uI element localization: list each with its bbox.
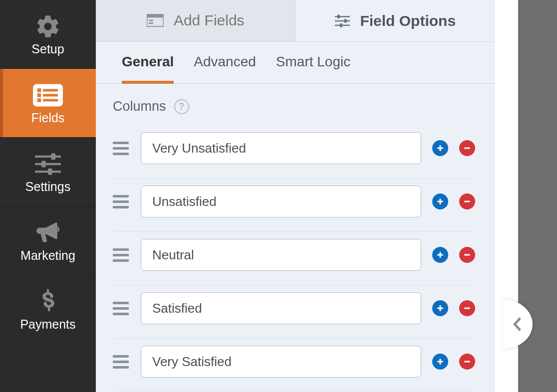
add-column-button[interactable] — [432, 194, 448, 209]
svg-rect-12 — [48, 169, 52, 175]
sidebar-item-label: Fields — [31, 111, 65, 125]
tab-label: Field Options — [360, 12, 456, 29]
remove-column-button[interactable] — [459, 354, 475, 370]
svg-rect-31 — [464, 254, 470, 256]
sidebar-item-label: Marketing — [20, 248, 75, 263]
sidebar-item-label: Settings — [25, 180, 70, 194]
svg-rect-15 — [149, 20, 153, 21]
collapse-panel-button[interactable] — [503, 299, 533, 349]
remove-column-button[interactable] — [459, 300, 475, 316]
svg-rect-10 — [51, 153, 56, 160]
svg-rect-21 — [344, 19, 347, 23]
svg-rect-24 — [437, 148, 443, 149]
column-input[interactable] — [141, 186, 421, 217]
svg-rect-16 — [149, 22, 153, 24]
svg-rect-18 — [335, 20, 350, 21]
svg-rect-11 — [41, 161, 46, 168]
svg-rect-6 — [43, 99, 58, 102]
column-input[interactable] — [141, 346, 421, 378]
svg-rect-30 — [437, 254, 443, 256]
svg-rect-14 — [147, 14, 164, 17]
top-tabs: Add Fields Field Options — [96, 0, 495, 42]
svg-rect-5 — [37, 98, 41, 102]
column-row — [113, 179, 475, 232]
svg-rect-34 — [464, 308, 470, 309]
svg-rect-37 — [464, 361, 470, 363]
svg-rect-1 — [37, 88, 41, 92]
column-row — [113, 285, 475, 339]
columns-list — [113, 125, 475, 392]
drag-handle-icon[interactable] — [113, 302, 129, 315]
sidebar-item-fields[interactable]: Fields — [0, 69, 96, 138]
sidebar-item-payments[interactable]: Payments — [0, 275, 96, 344]
drag-handle-icon[interactable] — [113, 355, 129, 369]
svg-rect-33 — [437, 308, 443, 309]
svg-rect-4 — [43, 94, 58, 97]
remove-column-button[interactable] — [459, 247, 475, 263]
columns-label: Columns — [113, 99, 166, 114]
svg-rect-8 — [35, 163, 61, 165]
add-column-button[interactable] — [432, 247, 448, 263]
list-icon — [33, 80, 63, 111]
svg-rect-28 — [464, 201, 470, 202]
bullhorn-icon — [35, 217, 61, 248]
column-input[interactable] — [141, 132, 421, 164]
svg-rect-27 — [437, 201, 443, 202]
columns-header: Columns ? — [113, 99, 475, 114]
svg-rect-3 — [37, 93, 41, 97]
tab-add-fields[interactable]: Add Fields — [96, 0, 296, 41]
add-column-button[interactable] — [432, 140, 448, 156]
column-row — [113, 125, 475, 179]
sidebar: Setup Fields Settings Marketing Payments — [0, 0, 96, 392]
sub-tab-advanced[interactable]: Advanced — [194, 54, 256, 83]
add-column-button[interactable] — [432, 354, 448, 370]
tab-label: Add Fields — [174, 12, 245, 29]
sliders-icon — [35, 149, 61, 180]
sidebar-item-label: Setup — [31, 42, 64, 56]
add-column-button[interactable] — [432, 300, 448, 316]
drag-handle-icon[interactable] — [113, 195, 129, 208]
sub-tab-general[interactable]: General — [122, 54, 174, 84]
sidebar-item-label: Payments — [20, 317, 75, 332]
column-input[interactable] — [141, 239, 421, 271]
svg-rect-22 — [340, 23, 342, 27]
column-input[interactable] — [141, 292, 421, 324]
drag-handle-icon[interactable] — [113, 142, 129, 155]
svg-rect-20 — [337, 14, 340, 18]
svg-rect-2 — [43, 89, 58, 92]
panel-field-options: Add Fields Field Options General Advance… — [96, 0, 495, 392]
svg-rect-7 — [35, 156, 61, 158]
drag-handle-icon[interactable] — [113, 248, 129, 262]
svg-rect-25 — [464, 148, 470, 149]
sub-tab-smart-logic[interactable]: Smart Logic — [276, 54, 350, 83]
svg-rect-17 — [335, 16, 350, 17]
sub-tabs: General Advanced Smart Logic — [96, 42, 495, 84]
svg-rect-36 — [437, 361, 443, 363]
right-gutter — [495, 0, 557, 392]
tab-field-options[interactable]: Field Options — [296, 0, 496, 41]
help-icon[interactable]: ? — [174, 99, 189, 114]
sidebar-item-marketing[interactable]: Marketing — [0, 206, 96, 275]
gear-icon — [35, 11, 61, 42]
remove-column-button[interactable] — [459, 140, 475, 156]
dollar-icon — [40, 286, 55, 317]
column-row — [113, 232, 475, 285]
sidebar-item-setup[interactable]: Setup — [0, 0, 96, 69]
column-row — [113, 339, 475, 392]
remove-column-button[interactable] — [459, 194, 475, 209]
sidebar-item-settings[interactable]: Settings — [0, 138, 96, 206]
